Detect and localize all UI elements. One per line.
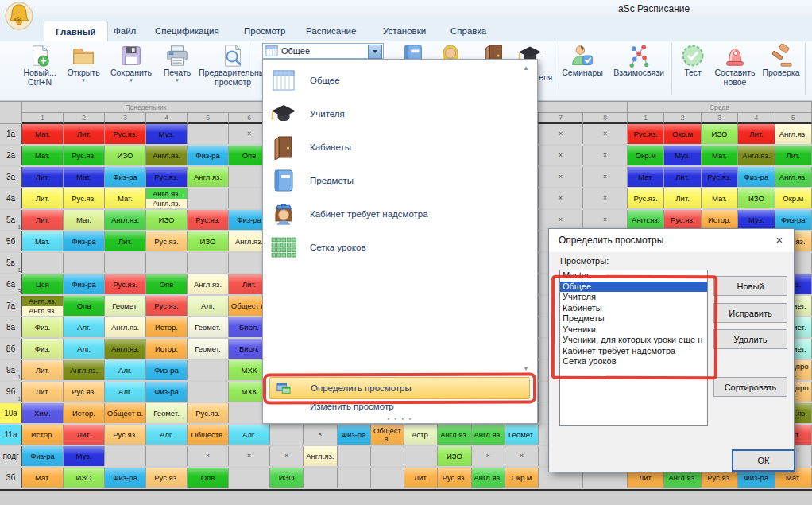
class-row-label[interactable]: 2а: [0, 146, 22, 165]
timetable-cell[interactable]: Рус.яз.: [628, 124, 664, 144]
timetable-cell[interactable]: Истор.: [146, 317, 188, 337]
timetable-cell[interactable]: Англ.яз.: [304, 446, 337, 466]
timetable-cell[interactable]: Мат.: [22, 231, 64, 251]
timetable-cell[interactable]: Англ.яз.Англ.яз.: [22, 296, 64, 316]
timetable-cell[interactable]: ×: [229, 446, 270, 466]
timetable-cell[interactable]: [64, 253, 105, 273]
relations-button[interactable]: Взаимосвязи: [609, 42, 669, 78]
timetable-cell[interactable]: Рус.яз.: [146, 167, 188, 187]
timetable-cell[interactable]: Англ.яз.: [628, 210, 664, 230]
tab-Справка[interactable]: Справка: [439, 21, 497, 41]
timetable-cell[interactable]: Муз.: [64, 446, 105, 466]
views-list-item[interactable]: Master: [560, 270, 707, 282]
timetable-cell[interactable]: ×: [539, 167, 583, 187]
timetable-cell[interactable]: Лит.: [105, 231, 146, 251]
timetable-cell[interactable]: Рус.яз.: [438, 468, 471, 488]
menu-item-Предметы[interactable]: Предметы: [264, 164, 526, 197]
scroll-up-icon[interactable]: ▲: [520, 64, 532, 72]
timetable-cell[interactable]: Окр.м: [505, 468, 539, 488]
timetable-cell[interactable]: ×: [583, 210, 628, 230]
timetable-cell[interactable]: Рус.яз.: [702, 167, 738, 187]
timetable-cell[interactable]: Истор.: [22, 425, 64, 445]
dialog-button-Удалить[interactable]: Удалить: [713, 329, 787, 349]
timetable-cell[interactable]: [338, 468, 371, 488]
views-list-item[interactable]: Общее: [560, 282, 707, 293]
timetable-cell[interactable]: Рус.яз.: [146, 468, 188, 488]
timetable-cell[interactable]: Физ-ра: [738, 167, 775, 187]
timetable-cell[interactable]: ×: [539, 146, 583, 165]
timetable-cell[interactable]: Рус.яз.: [105, 124, 146, 144]
timetable-cell-half[interactable]: Англ.яз.: [146, 188, 187, 199]
class-row-label[interactable]: 10а: [0, 403, 22, 423]
timetable-cell[interactable]: ×: [472, 446, 505, 466]
timetable-cell[interactable]: Мат.: [22, 146, 64, 165]
test-button[interactable]: Тест: [675, 42, 710, 78]
class-row-label[interactable]: 9б1: [0, 382, 22, 402]
timetable-cell[interactable]: Рус.яз.: [664, 210, 701, 230]
timetable-cell[interactable]: Лит.: [22, 210, 64, 230]
asc-bell-icon[interactable]: aSc: [3, 1, 35, 31]
timetable-cell[interactable]: [404, 446, 438, 466]
class-row-label[interactable]: 8б: [0, 339, 22, 359]
timetable-cell[interactable]: [371, 468, 404, 488]
timetable-cell[interactable]: Астр.: [404, 425, 438, 445]
timetable-cell[interactable]: [371, 446, 404, 466]
class-row-label[interactable]: 5а1: [0, 210, 22, 230]
new-document-button[interactable]: Новый...Ctrl+N: [21, 42, 59, 87]
timetable-cell[interactable]: Англ.яз.: [188, 274, 229, 294]
timetable-cell[interactable]: Окр.м: [775, 188, 812, 208]
timetable-cell[interactable]: Лит.: [64, 124, 105, 144]
timetable-cell[interactable]: Общест в.: [371, 425, 404, 445]
menu-item-define-views[interactable]: Определить просмотры: [269, 377, 530, 399]
timetable-cell[interactable]: [188, 253, 229, 273]
timetable-cell[interactable]: Геомет.: [188, 317, 229, 337]
dialog-button-Исправить[interactable]: Исправить: [713, 303, 787, 323]
timetable-cell[interactable]: [105, 253, 146, 273]
class-row-label[interactable]: 5б: [0, 231, 22, 251]
timetable-cell[interactable]: Геомет.: [505, 425, 539, 445]
menu-item-Общее[interactable]: Общее: [264, 64, 526, 97]
dialog-button-Новый[interactable]: Новый: [713, 276, 787, 296]
menu-item-edit-view[interactable]: Изменить просмотр: [310, 402, 394, 411]
class-row-label[interactable]: 11а: [0, 425, 22, 445]
timetable-cell[interactable]: Англ.яз.: [472, 425, 505, 445]
tab-Главный[interactable]: Главный: [44, 21, 108, 42]
timetable-cell[interactable]: Рус.яз.: [105, 274, 146, 294]
timetable-cell[interactable]: Физ-ра: [105, 167, 146, 187]
views-list-item[interactable]: Кабинет требует надсмотра: [560, 346, 707, 357]
menu-item-Кабинет требует надсмотра[interactable]: Кабинет требует надсмотра: [264, 197, 526, 231]
timetable-cell[interactable]: [188, 360, 229, 380]
timetable-cell[interactable]: Алг.: [229, 425, 270, 445]
timetable-cell[interactable]: ×: [583, 124, 628, 144]
ok-button[interactable]: ОК: [732, 449, 795, 472]
timetable-cell[interactable]: Истор.: [64, 403, 105, 423]
timetable-cell[interactable]: ×: [539, 188, 583, 208]
tab-Расписание[interactable]: Расписание: [295, 21, 367, 41]
timetable-cell[interactable]: Англ.яз.: [188, 167, 229, 187]
class-row-label[interactable]: 3б: [0, 468, 22, 488]
timetable-cell[interactable]: Англ.яз.: [738, 146, 775, 165]
timetable-cell[interactable]: ×: [304, 425, 337, 445]
timetable-cell[interactable]: ×: [539, 210, 583, 230]
timetable-cell[interactable]: Рус.яз.: [146, 231, 188, 251]
check-button[interactable]: Проверка: [758, 42, 804, 78]
timetable-cell[interactable]: Алг.: [146, 425, 188, 445]
class-row-label[interactable]: 7а: [0, 296, 22, 316]
timetable-cell[interactable]: Рус.яз.: [188, 210, 229, 230]
timetable-cell[interactable]: Хим.: [22, 403, 64, 423]
timetable-cell[interactable]: [229, 468, 270, 488]
timetable-cell[interactable]: Алг.: [105, 382, 146, 402]
timetable-cell[interactable]: ×: [505, 446, 539, 466]
timetable-cell[interactable]: Рус.яз.: [628, 188, 664, 208]
timetable-cell[interactable]: Мат.: [22, 468, 64, 488]
timetable-cell[interactable]: Истор.: [146, 339, 188, 359]
timetable-cell[interactable]: ИЗО: [188, 231, 229, 251]
combo-dropdown-arrow[interactable]: [368, 45, 382, 59]
class-row-label[interactable]: 1а: [0, 124, 22, 144]
class-row-label[interactable]: 3а: [0, 167, 22, 187]
timetable-cell[interactable]: Англ.яз.: [438, 425, 471, 445]
timetable-cell[interactable]: Окр.м: [628, 146, 664, 165]
timetable-cell[interactable]: Лит.: [664, 188, 701, 208]
timetable-cell[interactable]: Физ-ра: [188, 146, 229, 165]
timetable-cell[interactable]: [338, 446, 371, 466]
